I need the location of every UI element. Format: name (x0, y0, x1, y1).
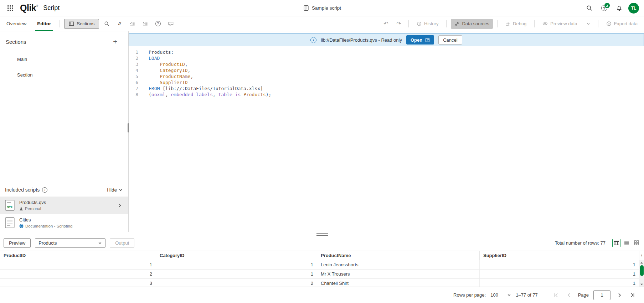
code-editor[interactable]: 1Products:2LOAD3 ProductID,4 CategoryID,… (129, 46, 644, 232)
sections-toggle-label: Sections (77, 21, 94, 26)
preview-button[interactable]: Preview (4, 238, 31, 248)
table-cell: Lenin Jeansshorts (317, 260, 480, 269)
add-section-button[interactable]: + (110, 37, 120, 46)
readonly-banner: i lib://DataFiles/Products.qvs - Read on… (129, 33, 644, 46)
panel-splitter[interactable] (0, 232, 644, 236)
table-view-button[interactable] (612, 239, 620, 247)
output-button[interactable]: Output (110, 238, 134, 248)
code-line[interactable]: 5 ProductName, (129, 73, 644, 79)
section-item-section[interactable]: Section (0, 67, 128, 83)
scroll-up-button[interactable] (639, 260, 644, 265)
notification-badge: 2 (604, 3, 610, 8)
included-script-cities[interactable]: Cities Documentation - Scripting (0, 214, 128, 231)
column-header[interactable]: SupplierID (480, 251, 639, 260)
section-item-main[interactable]: Main (0, 51, 128, 67)
preview-data-label: Preview data (550, 21, 577, 26)
tab-overview[interactable]: Overview (2, 16, 31, 31)
script-space-label: Personal (25, 207, 41, 211)
table-row[interactable]: 21Mr X Trousers1 (0, 270, 639, 279)
preview-data-menu-button[interactable] (583, 19, 594, 29)
comment-toggle-button[interactable]: // (114, 19, 125, 29)
hide-label: Hide (107, 187, 117, 193)
preview-data-button[interactable]: Preview data (539, 19, 581, 29)
column-header[interactable]: ProductID (0, 251, 156, 260)
code-line[interactable]: 2LOAD (129, 55, 644, 61)
app-launcher-button[interactable] (5, 3, 16, 14)
code-text: ProductID, (143, 61, 188, 67)
cancel-button[interactable]: Cancel (438, 35, 462, 45)
redo-button[interactable]: ↷ (393, 19, 404, 29)
tab-editor[interactable]: Editor (33, 16, 55, 31)
export-icon (606, 21, 612, 26)
info-icon[interactable]: i (42, 187, 47, 193)
code-text: Products: (143, 49, 174, 55)
data-sources-label: Data sources (462, 21, 489, 26)
page-number-input[interactable] (593, 290, 610, 300)
next-page-button[interactable] (615, 291, 624, 299)
history-label: History (424, 21, 438, 26)
notifications-button[interactable] (613, 2, 625, 14)
preview-table-header: ProductIDCategoryIDProductNameSupplierID (0, 251, 639, 260)
table-row[interactable]: 11Lenin Jeansshorts1 (0, 260, 639, 270)
last-page-button[interactable] (628, 291, 637, 299)
table-row[interactable]: 32Chantell Shirt1 (0, 279, 639, 287)
chevron-right-icon (118, 203, 122, 208)
scroll-down-button[interactable] (639, 282, 644, 287)
help-button[interactable]: ? 2 (598, 2, 610, 14)
code-line[interactable]: 6 SupplierID (129, 79, 644, 85)
divider (497, 20, 498, 27)
triangle-up-icon (640, 262, 643, 264)
code-line[interactable]: 3 ProductID, (129, 61, 644, 67)
product-title: Script (43, 4, 60, 12)
document-icon (5, 217, 15, 228)
scrollbar-track[interactable] (639, 265, 644, 282)
table-cell: 1 (480, 270, 639, 278)
included-script-products[interactable]: qvs Products.qvs Personal (0, 197, 128, 214)
sections-toggle-button[interactable]: Sections (64, 19, 99, 29)
undo-icon: ↶ (383, 21, 388, 27)
document-title-group[interactable]: Sample script (303, 5, 341, 11)
comment-bubble-icon (168, 21, 174, 26)
debug-button[interactable]: Debug (502, 19, 530, 29)
table-selector-dropdown[interactable]: Products (35, 238, 105, 248)
included-scripts-title: Included scripts (5, 187, 40, 193)
preview-table-body: 11Lenin Jeansshorts121Mr X Trousers132Ch… (0, 260, 639, 287)
table-view-icon (614, 240, 619, 246)
outdent-button[interactable] (127, 19, 138, 29)
grid-view-button[interactable] (632, 239, 640, 247)
comment-bubble-button[interactable] (165, 19, 176, 29)
rows-per-page-dropdown[interactable]: 100 (490, 292, 511, 298)
list-view-button[interactable] (622, 239, 630, 247)
row-range-label: 1–77 of 77 (516, 292, 537, 298)
code-line[interactable]: 8(ooxml, embedded labels, table is Produ… (129, 92, 644, 98)
syntax-help-button[interactable]: ? (153, 19, 163, 29)
search-code-button[interactable] (101, 19, 112, 29)
divider (408, 20, 409, 27)
code-line[interactable]: 4 CategoryID, (129, 67, 644, 73)
preview-eye-icon (542, 21, 548, 26)
code-line[interactable]: 1Products: (129, 49, 644, 55)
first-page-button[interactable] (552, 291, 560, 299)
sidebar-resize-handle[interactable] (128, 123, 129, 132)
open-button[interactable]: Open (406, 35, 434, 45)
qlik-logo[interactable]: Qlik® (20, 3, 38, 13)
indent-button[interactable] (140, 19, 150, 29)
previous-page-button[interactable] (565, 291, 573, 299)
hide-included-button[interactable]: Hide (107, 187, 123, 193)
data-sources-button[interactable]: Data sources (451, 19, 493, 29)
column-header[interactable]: CategoryID (156, 251, 317, 260)
column-menu-icon[interactable]: ⋮ (639, 251, 644, 260)
export-data-button[interactable]: Export data (603, 19, 642, 29)
undo-button[interactable]: ↶ (381, 19, 391, 29)
open-external-icon (425, 38, 430, 42)
history-button[interactable]: History (413, 19, 442, 29)
search-button[interactable] (583, 2, 595, 14)
code-line[interactable]: 7FROM [lib://:DataFiles/TutorialData.xls… (129, 85, 644, 92)
column-header[interactable]: ProductName (317, 251, 480, 260)
indent-icon (143, 21, 148, 26)
user-avatar[interactable]: TL (628, 3, 639, 14)
table-scrollbar[interactable] (639, 260, 644, 287)
search-icon (104, 21, 109, 26)
preview-table: ProductIDCategoryIDProductNameSupplierID… (0, 251, 644, 287)
scrollbar-thumb[interactable] (640, 265, 644, 276)
